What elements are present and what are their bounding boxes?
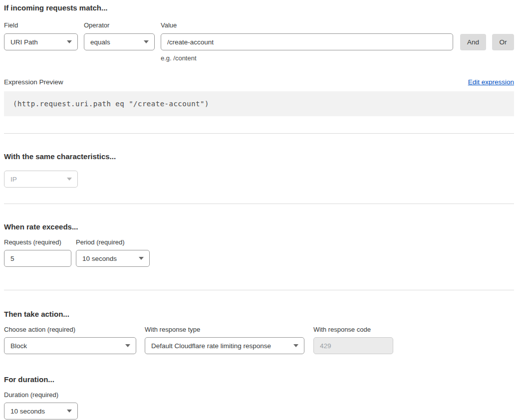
characteristic-select-value: IP bbox=[10, 176, 17, 183]
caret-down-icon bbox=[293, 344, 298, 347]
response-code-input bbox=[313, 337, 393, 354]
duration-select[interactable]: 10 seconds bbox=[4, 403, 78, 420]
caret-down-icon bbox=[125, 344, 130, 347]
value-hint: e.g. /content bbox=[161, 54, 514, 62]
period-select-value: 10 seconds bbox=[82, 255, 117, 262]
operator-select-value: equals bbox=[90, 38, 110, 46]
section-divider bbox=[4, 133, 514, 134]
rate-section-heading: When rate exceeds... bbox=[4, 222, 514, 231]
edit-expression-link[interactable]: Edit expression bbox=[468, 78, 514, 86]
operator-label: Operator bbox=[84, 22, 155, 29]
action-section-heading: Then take action... bbox=[4, 310, 514, 318]
period-label: Period (required) bbox=[76, 239, 150, 246]
field-label: Field bbox=[4, 22, 78, 29]
and-button[interactable]: And bbox=[460, 34, 486, 50]
caret-down-icon bbox=[67, 40, 72, 43]
choose-action-select[interactable]: Block bbox=[4, 337, 136, 354]
caret-down-icon bbox=[139, 257, 144, 260]
requests-input[interactable] bbox=[4, 250, 71, 267]
caret-down-icon bbox=[67, 410, 72, 413]
section-divider bbox=[4, 290, 514, 290]
requests-label: Requests (required) bbox=[4, 239, 71, 246]
value-label: Value bbox=[161, 22, 514, 29]
expression-preview-label: Expression Preview bbox=[4, 78, 63, 86]
or-button[interactable]: Or bbox=[492, 34, 514, 50]
field-select-value: URI Path bbox=[10, 38, 38, 46]
response-type-select[interactable]: Default Cloudflare rate limiting respons… bbox=[145, 337, 304, 354]
choose-action-label: Choose action (required) bbox=[4, 326, 136, 333]
expression-preview-code: (http.request.uri.path eq "/create-accou… bbox=[4, 91, 514, 116]
operator-select[interactable]: equals bbox=[84, 33, 155, 50]
rate-limiting-rule-form: If incoming requests match... Field Oper… bbox=[0, 0, 523, 420]
caret-down-icon bbox=[67, 178, 72, 181]
value-input[interactable] bbox=[161, 33, 453, 50]
section-divider bbox=[4, 204, 514, 204]
characteristic-select: IP bbox=[4, 171, 78, 188]
duration-select-value: 10 seconds bbox=[10, 408, 45, 415]
duration-section-heading: For duration... bbox=[4, 375, 514, 384]
response-code-label: With response code bbox=[313, 326, 393, 333]
period-select[interactable]: 10 seconds bbox=[76, 250, 150, 267]
caret-down-icon bbox=[144, 40, 149, 43]
field-select[interactable]: URI Path bbox=[4, 33, 78, 50]
choose-action-select-value: Block bbox=[10, 342, 27, 350]
characteristics-section-heading: With the same characteristics... bbox=[4, 152, 514, 161]
match-section-heading: If incoming requests match... bbox=[4, 3, 514, 12]
duration-label: Duration (required) bbox=[4, 392, 78, 399]
response-type-label: With response type bbox=[145, 326, 304, 333]
response-type-select-value: Default Cloudflare rate limiting respons… bbox=[151, 342, 271, 350]
